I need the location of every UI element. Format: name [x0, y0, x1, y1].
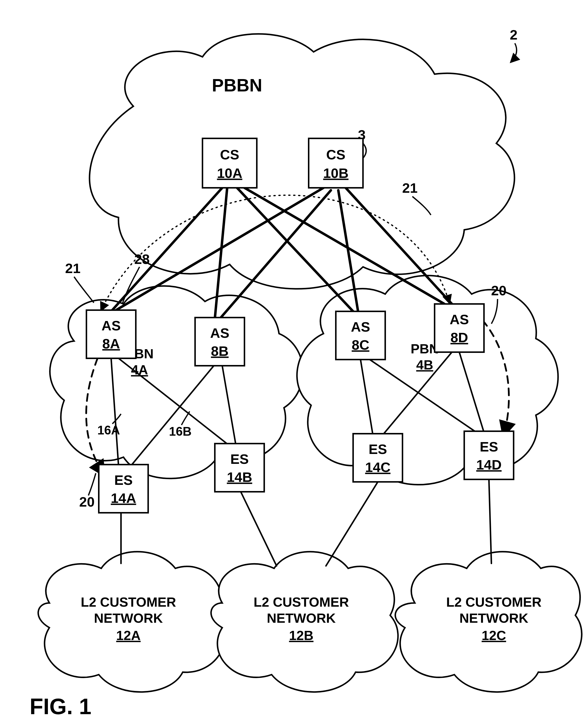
node-as-b-label: AS	[210, 325, 229, 341]
anno-21-right: 21	[402, 180, 418, 196]
label-pbbn: PBBN	[212, 75, 262, 95]
node-as-c-label: AS	[351, 319, 370, 335]
node-es-d-label: ES	[480, 439, 498, 454]
diagram-ref: 2	[510, 27, 517, 43]
node-as-d-label: AS	[450, 312, 469, 327]
node-es-d-id: 14D	[476, 457, 502, 472]
node-cs-a-id: 10A	[217, 165, 243, 181]
svg-line-18	[326, 482, 378, 566]
figure-label: FIG. 1	[30, 694, 91, 719]
cust-a-1: L2 CUSTOMER	[81, 595, 176, 609]
node-as-c-id: 8C	[352, 337, 369, 353]
cloud-pbbn	[90, 34, 515, 289]
svg-line-17	[241, 492, 277, 566]
anno-20-right: 20	[491, 283, 506, 298]
anno-21-left: 21	[65, 260, 81, 276]
cust-c-id: 12C	[481, 628, 506, 643]
node-es-a-id: 14A	[111, 490, 136, 506]
node-as-d-id: 8D	[450, 330, 468, 345]
diagram-canvas: 2 PBBN PBN 4A PBN 4B L2 CUSTOMER NETWORK…	[0, 0, 583, 728]
svg-line-19	[489, 479, 491, 564]
node-as-b-id: 8B	[211, 343, 229, 359]
cust-b-id: 12B	[289, 628, 313, 643]
node-cs-b-id: 10B	[323, 165, 349, 181]
cust-c-1: L2 CUSTOMER	[446, 595, 542, 609]
node-es-c-label: ES	[369, 441, 387, 457]
cust-b-1: L2 CUSTOMER	[254, 595, 349, 609]
node-es-b-id: 14B	[227, 469, 252, 485]
cust-a-2: NETWORK	[94, 610, 163, 625]
node-es-a-label: ES	[114, 472, 133, 488]
anno-16a: 16A	[97, 423, 120, 437]
anno-16b: 16B	[169, 424, 192, 438]
node-es-c-id: 14C	[365, 459, 391, 475]
node-es-b-label: ES	[230, 451, 249, 467]
cust-b-2: NETWORK	[267, 610, 336, 625]
cust-c-2: NETWORK	[460, 610, 528, 625]
node-as-a-id: 8A	[102, 336, 120, 352]
cloud-pbn-b	[297, 276, 558, 485]
label-pbn-b-id: 4B	[416, 357, 433, 372]
node-as-a-label: AS	[102, 318, 121, 333]
anno-28: 28	[134, 251, 150, 267]
anno-20-left: 20	[79, 494, 94, 510]
node-cs-b-label: CS	[326, 147, 345, 162]
node-cs-a-label: CS	[220, 147, 239, 162]
cust-a-id: 12A	[116, 628, 140, 643]
